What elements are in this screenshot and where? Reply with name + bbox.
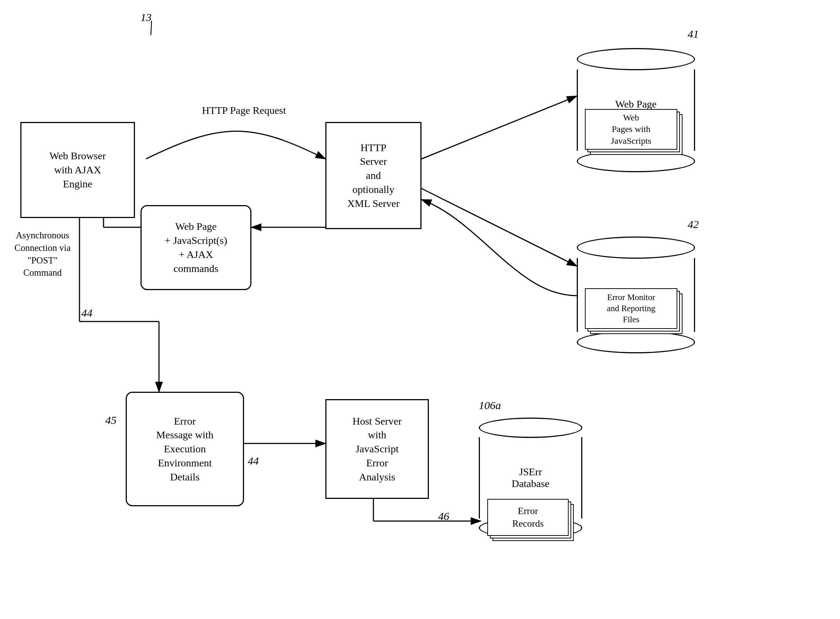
ref-41: 41 [688,28,699,40]
http-request-label: HTTP Page Request [155,103,333,118]
error-message-label: ErrorMessage withExecutionEnvironmentDet… [156,414,214,484]
web-pages-label: WebPages withJavaScripts [611,112,651,147]
http-server-label: HTTPServerandoptionallyXML Server [347,141,399,211]
web-page-js-box: Web Page+ JavaScript(s)+ AJAXcommands [141,205,252,290]
error-records-label: ErrorRecords [512,505,544,530]
ref-42: 42 [688,218,699,230]
error-message-box: ErrorMessage withExecutionEnvironmentDet… [126,392,244,506]
error-monitor-label: Error Monitorand ReportingFiles [607,292,656,325]
ref-106a: 106a [479,399,501,412]
web-browser-box: Web Browserwith AJAXEngine [20,122,135,218]
web-page-js-label: Web Page+ JavaScript(s)+ AJAXcommands [165,220,228,275]
jserr-db-label: JSErrDatabase [512,466,550,490]
svg-line-11 [421,188,577,266]
ref-13: 13 [141,11,151,24]
diagram: 13 [0,0,840,619]
ref-45: 45 [105,414,117,426]
arrows-svg [0,0,840,619]
ref-44b: 44 [248,455,259,467]
host-server-label: Host ServerwithJavaScriptErrorAnalysis [353,414,402,484]
host-server-box: Host ServerwithJavaScriptErrorAnalysis [325,399,429,499]
http-server-box: HTTPServerandoptionallyXML Server [325,122,421,229]
ref-46: 46 [438,510,449,523]
web-browser-label: Web Browserwith AJAXEngine [49,149,106,191]
async-label: AsynchronousConnection via"POST"Command [7,229,78,279]
svg-line-10 [421,96,577,159]
ref-44a: 44 [81,307,93,319]
